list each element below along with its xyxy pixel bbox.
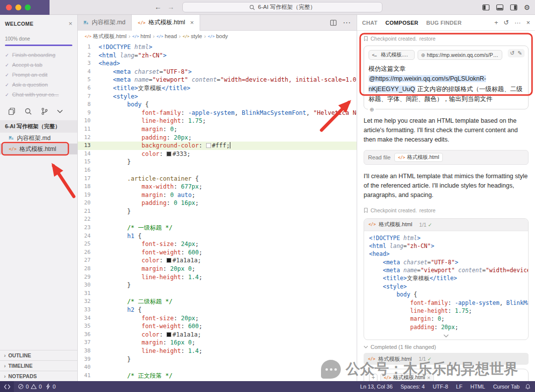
zoom-window-button[interactable]: [25, 4, 31, 10]
chat-panel: CHATCOMPOSERBUG FINDER + ↺ ··· × Checkpo…: [357, 15, 535, 381]
file-type-icon: </>: [9, 147, 16, 151]
editor-tab[interactable]: </>格式模板.html×: [132, 15, 200, 31]
chat-tab-composer[interactable]: COMPOSER: [385, 20, 419, 26]
code-line: 28 margin: 20px 0;: [78, 265, 357, 273]
sidebar-section-notepads[interactable]: ›NOTEPADS: [0, 371, 77, 381]
explorer-icon[interactable]: [8, 107, 16, 115]
welcome-task[interactable]: ✓Accept a tab: [5, 60, 72, 70]
code-line: 36 color: #1a1a1a;: [78, 331, 357, 339]
restore-link[interactable]: restore: [419, 207, 435, 213]
restore-link[interactable]: restore: [419, 36, 435, 42]
toggle-panel-icon[interactable]: [496, 3, 504, 11]
status-item[interactable]: Cursor Tab: [493, 384, 520, 390]
remote-icon[interactable]: [0, 381, 14, 392]
titlebar-search[interactable]: 6-AI 写作框架（完整）: [182, 2, 382, 12]
breadcrumb-item[interactable]: </>格式模板.html: [85, 33, 126, 40]
chat-more-icon[interactable]: ···: [514, 19, 521, 26]
breadcrumb-item[interactable]: </>body: [208, 33, 228, 39]
close-welcome-icon[interactable]: ×: [68, 20, 72, 27]
welcome-task[interactable]: ✓Ask a question: [5, 80, 72, 90]
status-item[interactable]: LF: [456, 384, 463, 390]
split-editor-icon[interactable]: [330, 19, 337, 26]
pill-label: 格式模板.html: [381, 51, 411, 58]
expand-code-icon[interactable]: [364, 332, 528, 340]
file-item[interactable]: </>格式模板.html: [0, 144, 77, 154]
welcome-task[interactable]: ✓Prompt an edit: [5, 70, 72, 80]
close-tab-icon[interactable]: ×: [190, 19, 194, 26]
notifications-bell-icon[interactable]: [525, 384, 531, 390]
breadcrumb-item[interactable]: </>head: [157, 33, 177, 39]
code-line: margin: 0;: [369, 315, 523, 323]
history-back-button[interactable]: ←: [155, 3, 161, 11]
search-icon: [249, 4, 255, 10]
check-icon: ✓: [5, 52, 9, 58]
chevron-down-icon: [364, 345, 368, 348]
history-forward-button[interactable]: →: [167, 3, 174, 11]
source-control-icon[interactable]: [41, 107, 49, 115]
warning-count: 0: [39, 384, 42, 390]
chevron-down-icon[interactable]: [57, 109, 63, 113]
welcome-task-label: Finish onboarding: [12, 52, 55, 58]
code-editor[interactable]: 1<!DOCTYPE html>2<html lang="zh-CN">3<he…: [78, 42, 357, 381]
file-item[interactable]: M↓内容框架.md: [0, 133, 77, 144]
code-line: 21 }: [78, 207, 357, 216]
code-line: 26 font-weight: 600;: [78, 248, 357, 257]
breadcrumb-label: style: [191, 33, 202, 39]
status-item[interactable]: Ln 13, Col 36: [360, 384, 392, 390]
breadcrumb-item[interactable]: </>style: [183, 33, 202, 39]
chat-tab-chat[interactable]: CHAT: [362, 20, 377, 26]
context-pill-url[interactable]: ⊕ https://mp.weixin.qq.com/s/PqL...: [418, 50, 502, 60]
explorer-root-label: 6-AI 写作框架（完整）: [5, 123, 60, 129]
settings-gear-icon[interactable]: ⚙: [524, 2, 530, 12]
toggle-secondary-sidebar-icon[interactable]: [510, 3, 518, 11]
explorer-root[interactable]: 6-AI 写作框架（完整）: [0, 120, 77, 133]
code-line: 24 h1 {: [78, 232, 357, 241]
close-panel-icon[interactable]: ×: [526, 19, 530, 26]
status-item[interactable]: UTF-8: [432, 384, 448, 390]
ports-indicator[interactable]: 0: [46, 384, 55, 390]
status-item[interactable]: HTML: [470, 384, 485, 390]
section-label: TIMELINE: [8, 363, 33, 369]
editor-tab[interactable]: M↓内容框架.md: [78, 15, 132, 31]
pill-label: https://mp.weixin.qq.com/s/PqL...: [427, 52, 499, 58]
file-type-icon: M↓: [84, 20, 89, 25]
close-window-button[interactable]: [6, 4, 12, 10]
sidebar-section-outline[interactable]: ›OUTLINE: [0, 350, 77, 360]
code-line: <head>: [369, 250, 523, 258]
code-line: 37 margin: 16px 0;: [78, 339, 357, 347]
search-icon[interactable]: [24, 107, 32, 115]
welcome-task[interactable]: ✓Finish onboarding: [5, 50, 72, 60]
read-file-chip[interactable]: </> 格式模板.html: [394, 153, 442, 162]
chat-tab-bug-finder[interactable]: BUG FINDER: [427, 20, 462, 26]
minimize-window-button[interactable]: [15, 4, 21, 10]
problems-indicator[interactable]: 0 0: [18, 384, 42, 390]
code-line: 32 /* 二级标题 */: [78, 297, 357, 306]
user-message-text: 模仿这篇文章 @https://mp.weixin.qq.com/s/PqLSU…: [369, 64, 524, 104]
code-line: line-height: 1.75;: [369, 307, 523, 315]
welcome-task[interactable]: ✓Chat with your co...: [5, 90, 72, 99]
context-pill-file[interactable]: </> 格式模板.html: [369, 50, 415, 60]
read-file-box[interactable]: Read file </> 格式模板.html: [364, 150, 529, 165]
code-line: padding: 20px;: [369, 323, 523, 331]
breadcrumb-separator: ›: [204, 33, 206, 39]
read-file-label: Read file: [368, 154, 390, 160]
sidebar: WELCOME × 100% done ✓Finish onboarding✓A…: [0, 15, 78, 381]
chat-body: Checkpoint created. restore </> 格式模板.htm…: [357, 31, 535, 381]
toggle-primary-sidebar-icon[interactable]: [482, 3, 490, 11]
code-line: 40: [78, 363, 357, 372]
editor-more-icon[interactable]: ···: [343, 18, 351, 27]
diff-card-header[interactable]: </> 格式模板.html 1/1 ✓: [364, 219, 528, 231]
welcome-task-label: Ask a question: [12, 82, 48, 88]
code-line: 7 <style>: [78, 93, 357, 101]
edit-message-icon[interactable]: ✎: [518, 50, 522, 56]
sidebar-section-timeline[interactable]: ›TIMELINE: [0, 360, 77, 371]
web-icon[interactable]: ⊕: [368, 106, 375, 113]
history-icon[interactable]: ↺: [504, 19, 509, 26]
new-chat-icon[interactable]: +: [494, 19, 498, 26]
reapply-icon[interactable]: ↺: [510, 50, 515, 56]
breadcrumb-item[interactable]: </>html: [132, 33, 151, 39]
status-item[interactable]: Spaces: 4: [401, 384, 425, 390]
welcome-task-label: Prompt an edit: [12, 72, 48, 78]
checkpoint-label: Checkpoint created.: [371, 36, 417, 42]
completed-row[interactable]: Completed (1 file changed): [364, 344, 529, 350]
